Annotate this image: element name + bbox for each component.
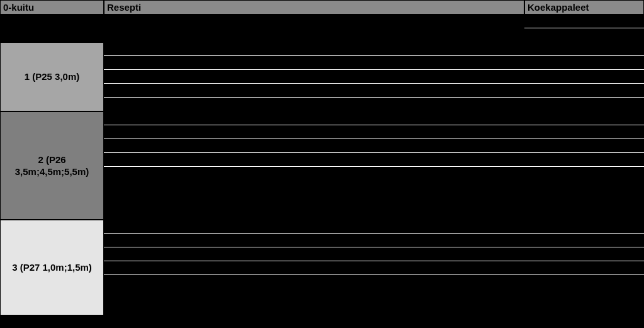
header-koekappaleet: Koekappaleet (524, 0, 644, 14)
spacer-mid-top (104, 14, 524, 42)
kuitu-1-label: 1 (P25 3,0m) (0, 42, 104, 111)
group1-koekappaleet (524, 42, 644, 111)
group1-resepti (104, 42, 524, 111)
group2-koekappaleet (524, 111, 644, 220)
kuitu-2-label: 2 (P26 3,5m;4,5m;5,5m) (0, 111, 104, 220)
header-resepti: Resepti (104, 0, 524, 14)
spacer-right-top (524, 14, 644, 42)
kuitu-3-label: 3 (P27 1,0m;1,5m) (0, 220, 104, 315)
spacer-left-top (0, 14, 104, 42)
header-0kuitu: 0-kuitu (0, 0, 104, 14)
group3-resepti (104, 220, 524, 315)
group3-koekappaleet (524, 220, 644, 315)
group2-resepti (104, 111, 524, 220)
recipe-table: 0-kuitu Resepti Koekappaleet 1 (P25 3,0m… (0, 0, 644, 315)
